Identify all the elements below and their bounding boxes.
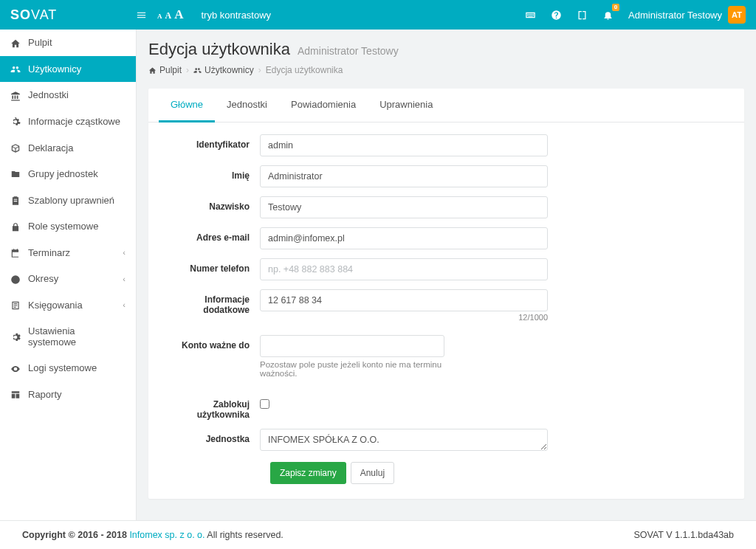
input-imie[interactable] bbox=[260, 165, 548, 187]
field-email: Adres e-mail bbox=[160, 227, 732, 249]
form-buttons: Zapisz zmiany Anuluj bbox=[270, 462, 732, 484]
box-icon bbox=[10, 142, 21, 153]
clock-icon bbox=[10, 273, 21, 285]
breadcrumb-home[interactable]: Pulpit bbox=[148, 65, 182, 75]
tab-powiadomienia[interactable]: Powiadomienia bbox=[279, 89, 368, 122]
sidebar-item-raporty[interactable]: Raporty bbox=[0, 381, 136, 408]
input-konto-wazne-do[interactable] bbox=[260, 335, 444, 357]
avatar: AT bbox=[728, 6, 746, 24]
chevron-left-icon: ‹ bbox=[123, 274, 126, 283]
sidebar-item-ustawienia[interactable]: Ustawienia systemowe bbox=[0, 318, 136, 355]
field-konto-wazne-do: Konto ważne do Pozostaw pole puste jeżel… bbox=[160, 335, 732, 378]
users-icon bbox=[10, 63, 21, 75]
sidebar-item-uzytkownicy[interactable]: Użytkownicy bbox=[0, 56, 136, 83]
sidebar-item-informacje[interactable]: Informacje cząstkowe bbox=[0, 108, 136, 135]
sidebar-item-pulpit[interactable]: Pulpit bbox=[0, 30, 136, 56]
keyboard-icon[interactable] bbox=[525, 9, 536, 21]
user-menu[interactable]: Administrator Testowy AT bbox=[628, 6, 746, 24]
breadcrumb-separator: › bbox=[186, 65, 189, 75]
brand-logo[interactable]: SOVAT bbox=[10, 7, 136, 23]
sidebar-item-label: Użytkownicy bbox=[28, 63, 81, 75]
sidebar-item-label: Terminarz bbox=[28, 247, 70, 258]
top-navbar: SOVAT A A A tryb kontrastowy 0 Administr… bbox=[0, 0, 756, 30]
breadcrumb-current: Edycja użytkownika bbox=[266, 65, 343, 75]
label-informacje-dodatkowe: Informacje dodatkowe bbox=[160, 289, 260, 315]
chevron-left-icon: ‹ bbox=[123, 248, 126, 257]
user-name: Administrator Testowy bbox=[628, 10, 722, 21]
save-button[interactable]: Zapisz zmiany bbox=[270, 462, 346, 484]
cogs-icon bbox=[10, 116, 21, 128]
field-telefon: Numer telefon bbox=[160, 258, 732, 280]
brand-rest: VAT bbox=[31, 7, 57, 22]
tabs: Główne Jednostki Powiadomienia Uprawnien… bbox=[148, 89, 744, 122]
textarea-jednostka[interactable]: INFOMEX SPÓŁKA Z O.O. bbox=[260, 429, 548, 451]
checkbox-zablokuj[interactable] bbox=[260, 399, 269, 409]
page-subtitle: Administrator Testowy bbox=[298, 45, 399, 57]
font-size-small[interactable]: A bbox=[157, 13, 162, 20]
sidebar-item-jednostki[interactable]: Jednostki bbox=[0, 82, 136, 108]
notifications-badge: 0 bbox=[612, 4, 619, 11]
sidebar-item-terminarz[interactable]: Terminarz ‹ bbox=[0, 240, 136, 266]
char-counter: 12/1000 bbox=[260, 313, 548, 322]
sidebar-item-label: Grupy jednostek bbox=[28, 168, 98, 179]
input-informacje-dodatkowe[interactable] bbox=[260, 289, 548, 311]
label-zablokuj: Zablokuj użytkownika bbox=[160, 394, 260, 420]
label-jednostka: Jednostka bbox=[160, 429, 260, 444]
footer-company-link[interactable]: Infomex sp. z o. o. bbox=[129, 530, 205, 540]
breadcrumb-users[interactable]: Użytkownicy bbox=[193, 65, 254, 75]
sidebar-item-label: Ustawienia systemowe bbox=[28, 325, 126, 348]
book-icon[interactable] bbox=[577, 9, 588, 21]
input-nazwisko[interactable] bbox=[260, 196, 548, 218]
font-size-large[interactable]: A bbox=[174, 7, 183, 22]
sidebar-item-grupy[interactable]: Grupy jednostek bbox=[0, 161, 136, 187]
sidebar-item-logi[interactable]: Logi systemowe bbox=[0, 355, 136, 381]
gear-icon bbox=[10, 331, 21, 342]
input-identyfikator[interactable] bbox=[260, 134, 548, 156]
menu-toggle-icon[interactable] bbox=[136, 9, 147, 21]
sidebar-item-label: Jednostki bbox=[28, 89, 69, 100]
sidebar-item-label: Okresy bbox=[28, 273, 58, 284]
field-nazwisko: Nazwisko bbox=[160, 196, 732, 218]
label-nazwisko: Nazwisko bbox=[160, 196, 260, 212]
label-email: Adres e-mail bbox=[160, 227, 260, 243]
main-content: Edycja użytkownika Administrator Testowy… bbox=[137, 30, 756, 520]
input-email[interactable] bbox=[260, 227, 548, 249]
form-card: Główne Jednostki Powiadomienia Uprawnien… bbox=[148, 89, 744, 499]
institution-icon bbox=[10, 89, 21, 101]
hint-konto-wazne-do: Pozostaw pole puste jeżeli konto nie ma … bbox=[260, 360, 444, 378]
sidebar-item-label: Szablony uprawnień bbox=[28, 195, 114, 206]
tab-glowne[interactable]: Główne bbox=[159, 89, 215, 122]
eye-icon bbox=[10, 362, 21, 374]
label-konto-wazne-do: Konto ważne do bbox=[160, 335, 260, 351]
chevron-left-icon: ‹ bbox=[123, 300, 126, 309]
contrast-toggle[interactable]: tryb kontrastowy bbox=[201, 10, 271, 21]
sidebar-item-label: Księgowania bbox=[28, 300, 83, 311]
navbar-right: 0 Administrator Testowy AT bbox=[525, 6, 746, 24]
field-zablokuj: Zablokuj użytkownika bbox=[160, 394, 732, 420]
sidebar-item-role[interactable]: Role systemowe bbox=[0, 213, 136, 240]
cancel-button[interactable]: Anuluj bbox=[351, 462, 394, 484]
sidebar-item-label: Logi systemowe bbox=[28, 362, 97, 373]
folder-icon bbox=[10, 168, 21, 180]
field-jednostka: Jednostka INFOMEX SPÓŁKA Z O.O. bbox=[160, 429, 732, 453]
help-icon[interactable] bbox=[551, 9, 562, 21]
label-imie: Imię bbox=[160, 165, 260, 181]
page-header: Edycja użytkownika Administrator Testowy… bbox=[137, 30, 756, 81]
sidebar-item-label: Role systemowe bbox=[28, 221, 98, 232]
tab-jednostki[interactable]: Jednostki bbox=[215, 89, 279, 122]
clipboard-icon bbox=[10, 194, 21, 206]
sidebar-item-label: Informacje cząstkowe bbox=[28, 116, 120, 127]
font-size-medium[interactable]: A bbox=[165, 10, 172, 21]
lock-icon bbox=[10, 221, 21, 232]
sidebar-item-okresy[interactable]: Okresy ‹ bbox=[0, 266, 136, 292]
sidebar-item-deklaracja[interactable]: Deklaracja bbox=[0, 134, 136, 161]
tab-uprawnienia[interactable]: Uprawnienia bbox=[368, 89, 444, 122]
input-telefon[interactable] bbox=[260, 258, 548, 280]
field-informacje-dodatkowe: Informacje dodatkowe 12/1000 bbox=[160, 289, 732, 322]
sidebar-item-ksiegowania[interactable]: Księgowania ‹ bbox=[0, 292, 136, 319]
notifications-icon[interactable]: 0 bbox=[602, 9, 614, 21]
page-title-text: Edycja użytkownika bbox=[148, 40, 290, 59]
sidebar-item-szablony[interactable]: Szablony uprawnień bbox=[0, 187, 136, 213]
footer-copyright-prefix: Copyright © 2016 - 2018 bbox=[22, 530, 129, 540]
footer-copyright: Copyright © 2016 - 2018 Infomex sp. z o.… bbox=[22, 530, 284, 540]
